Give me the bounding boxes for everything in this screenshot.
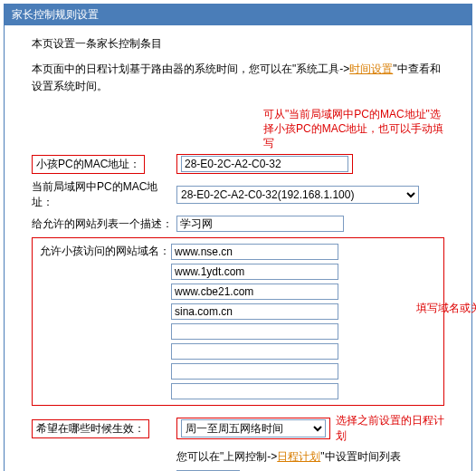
domain-input-8[interactable]: [171, 383, 338, 399]
domain-input-4[interactable]: [171, 303, 338, 320]
annotation-domain: 填写域名或关键字: [416, 302, 476, 316]
child-mac-input[interactable]: [181, 156, 348, 172]
domain-block: 允许小孩访问的网站域名： 填写域名或关键字: [32, 237, 444, 406]
domain-input-1[interactable]: [171, 244, 338, 260]
domain-input-2[interactable]: [171, 264, 338, 280]
panel-title: 家长控制规则设置: [12, 8, 99, 21]
schedule-plan-link[interactable]: 日程计划: [277, 450, 320, 463]
schedule-note: 您可以在"上网控制->日程计划"中设置时间列表: [176, 449, 401, 465]
domain-input-7[interactable]: [171, 363, 338, 380]
title-bar: 家长控制规则设置: [5, 5, 471, 25]
lan-mac-label: 当前局域网中PC的MAC地址：: [32, 179, 176, 210]
page-heading: 本页设置一条家长控制条目: [32, 36, 444, 52]
schedule-label: 希望在哪些时候生效：: [32, 419, 149, 438]
desc-label: 给允许的网站列表一个描述：: [32, 216, 176, 232]
domain-label: 允许小孩访问的网站域名：: [40, 244, 171, 403]
child-mac-label: 小孩PC的MAC地址：: [32, 155, 145, 174]
time-settings-link[interactable]: 时间设置: [349, 62, 393, 75]
desc-input[interactable]: [176, 216, 344, 232]
domain-input-3[interactable]: [171, 284, 338, 300]
schedule-select[interactable]: 周一至周五网络时间: [181, 419, 326, 437]
intro-text: 本页面中的日程计划基于路由器的系统时间，您可以在"系统工具->时间设置"中查看和…: [32, 61, 444, 95]
annotation-mac: 可从"当前局域网中PC的MAC地址"选择小孩PC的MAC地址，也可以手动填写: [263, 108, 444, 150]
domain-input-5[interactable]: [171, 323, 338, 340]
domain-input-6[interactable]: [171, 343, 338, 360]
annotation-schedule: 选择之前设置的日程计划: [336, 413, 444, 444]
lan-mac-select[interactable]: 28-E0-2C-A2-C0-32(192.168.1.100): [176, 186, 419, 204]
